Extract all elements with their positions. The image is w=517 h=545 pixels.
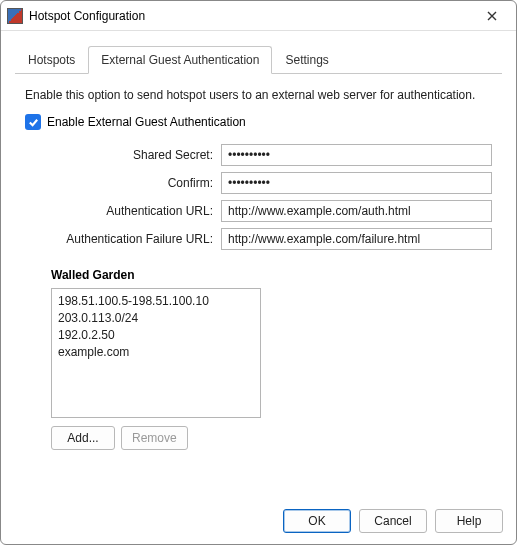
shared-secret-label: Shared Secret: [25, 148, 221, 162]
list-item[interactable]: 198.51.100.5-198.51.100.10 [58, 293, 254, 310]
tab-external-auth[interactable]: External Guest Authentication [88, 46, 272, 74]
check-icon [28, 117, 39, 128]
app-icon [7, 8, 23, 24]
walled-garden-header: Walled Garden [51, 268, 271, 282]
instruction-text: Enable this option to send hotspot users… [25, 88, 492, 102]
tab-strip: Hotspots External Guest Authentication S… [15, 45, 502, 74]
close-button[interactable] [476, 4, 508, 28]
enable-row: Enable External Guest Authentication [25, 114, 492, 130]
window-title: Hotspot Configuration [29, 9, 476, 23]
list-item[interactable]: example.com [58, 344, 254, 361]
tab-settings[interactable]: Settings [272, 46, 341, 74]
confirm-label: Confirm: [25, 176, 221, 190]
enable-external-auth-checkbox[interactable] [25, 114, 41, 130]
confirm-input[interactable] [221, 172, 492, 194]
row-confirm: Confirm: [25, 172, 492, 194]
cancel-button[interactable]: Cancel [359, 509, 427, 533]
ok-button[interactable]: OK [283, 509, 351, 533]
list-item[interactable]: 203.0.113.0/24 [58, 310, 254, 327]
enable-external-auth-label: Enable External Guest Authentication [47, 115, 246, 129]
list-item[interactable]: 192.0.2.50 [58, 327, 254, 344]
titlebar: Hotspot Configuration [1, 1, 516, 31]
help-button[interactable]: Help [435, 509, 503, 533]
panel-external-auth: Enable this option to send hotspot users… [15, 74, 502, 460]
walled-garden-listbox[interactable]: 198.51.100.5-198.51.100.10 203.0.113.0/2… [51, 288, 261, 418]
walled-garden-group: Walled Garden 198.51.100.5-198.51.100.10… [51, 268, 271, 450]
auth-url-input[interactable] [221, 200, 492, 222]
tab-hotspots[interactable]: Hotspots [15, 46, 88, 74]
walled-garden-buttons: Add... Remove [51, 426, 271, 450]
row-shared-secret: Shared Secret: [25, 144, 492, 166]
fail-url-input[interactable] [221, 228, 492, 250]
row-fail-url: Authentication Failure URL: [25, 228, 492, 250]
remove-button[interactable]: Remove [121, 426, 188, 450]
fail-url-label: Authentication Failure URL: [25, 232, 221, 246]
close-icon [487, 11, 497, 21]
auth-url-label: Authentication URL: [25, 204, 221, 218]
add-button[interactable]: Add... [51, 426, 115, 450]
row-auth-url: Authentication URL: [25, 200, 492, 222]
shared-secret-input[interactable] [221, 144, 492, 166]
dialog-footer: OK Cancel Help [283, 509, 503, 533]
dialog-content: Hotspots External Guest Authentication S… [1, 31, 516, 460]
